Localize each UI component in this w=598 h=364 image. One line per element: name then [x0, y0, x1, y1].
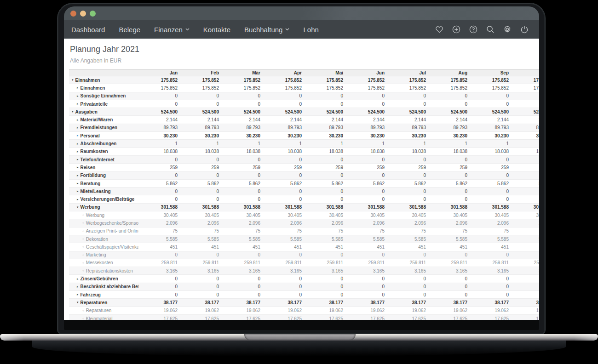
table-row-beschr-nkt-abziehbare-betrie[interactable]: ▸Beschränkt abziehbare Betrie...00000000…: [69, 283, 539, 291]
expand-arrow-icon[interactable]: ▸: [77, 142, 79, 146]
row-label-cell: ○Reparaturen: [69, 308, 138, 313]
plus-circle-icon[interactable]: [452, 25, 461, 34]
value-cell: 5.862: [470, 181, 511, 186]
table-row-abschreibungen[interactable]: ▸Abschreibungen1111111111: [69, 140, 539, 148]
expand-arrow-icon[interactable]: ▸: [77, 285, 79, 289]
expand-arrow-icon[interactable]: ▸: [77, 182, 79, 185]
table-row-personal[interactable]: ▸Personal30.23030.23030.23030.23030.2303…: [69, 132, 539, 140]
value-cell: 2.096: [470, 221, 511, 226]
table-row-sonstige-einnahmen[interactable]: ▸Sonstige Einnahmen0000000000: [69, 92, 539, 100]
nav-item-kontakte[interactable]: Kontakte: [203, 26, 230, 34]
window-close-button[interactable]: [70, 11, 76, 17]
value-cell: 5.862: [511, 181, 539, 186]
value-cell: 1: [221, 141, 263, 146]
nav-item-finanzen[interactable]: Finanzen: [154, 26, 190, 34]
table-row-einnahmen[interactable]: ▾Einnahmen175.852175.852175.852175.85217…: [69, 76, 539, 84]
table-row-versicherungen-beitr-ge[interactable]: ▸Versicherungen/Beiträge0000000000: [69, 195, 539, 203]
table-row-fortbildung[interactable]: ▸Fortbildung0000000000: [69, 172, 539, 180]
value-cell: 0: [304, 276, 345, 281]
value-cell: 524.500: [387, 109, 428, 114]
table-row-zinsen-geb-hren[interactable]: ▸Zinsen/Gebühren0000000000: [69, 275, 539, 283]
value-cell: 259: [263, 165, 304, 170]
value-cell: 0: [345, 252, 387, 257]
row-label: Sonstige Einnahmen: [80, 93, 126, 98]
table-row-fremdleistungen[interactable]: ▸Fremdleistungen89.79389.79389.79389.793…: [69, 124, 539, 132]
nav-item-dashboard[interactable]: Dashboard: [71, 26, 105, 34]
table-row-privatanteile[interactable]: ▸Privatanteile0000000000: [69, 100, 539, 108]
window-minimize-button[interactable]: [80, 11, 86, 17]
row-label: Geschäftspapier/Visitenkarten: [86, 245, 138, 250]
power-icon[interactable]: [520, 25, 529, 34]
nav-item-belege[interactable]: Belege: [119, 26, 140, 34]
table-row-beratung[interactable]: ▸Beratung5.8625.8625.8625.8625.8625.8625…: [69, 180, 539, 188]
value-cell: 2.144: [138, 117, 180, 122]
table-row-marketing[interactable]: ○Marketing0000000000: [69, 251, 539, 259]
table-row-miete-leasing[interactable]: ▸Miete/Leasing0000000000: [69, 188, 539, 195]
expand-arrow-icon[interactable]: ▸: [77, 189, 79, 193]
table-row-ausgaben[interactable]: ▾Ausgaben524.500524.500524.500524.500524…: [69, 108, 539, 116]
table-row-reisen[interactable]: ▸Reisen259259259259259259259259259259: [69, 164, 539, 171]
expand-arrow-icon[interactable]: ▸: [77, 277, 79, 281]
value-cell: 38.177: [304, 300, 345, 305]
expand-arrow-icon[interactable]: ▸: [77, 94, 79, 98]
table-row-anzeigen-print-und-online[interactable]: ○Anzeigen Print- und Online7575757575757…: [69, 228, 539, 235]
value-cell: 30.230: [428, 133, 470, 138]
value-cell: 1: [428, 141, 470, 146]
table-row-reparaturen[interactable]: ○Reparaturen19.06219.06219.06219.06219.0…: [69, 307, 539, 315]
row-label-cell: ▸Zinsen/Gebühren: [69, 276, 138, 281]
expand-arrow-icon[interactable]: ▸: [77, 118, 79, 122]
expand-arrow-icon[interactable]: ▸: [77, 150, 79, 154]
table-row-dekoration[interactable]: ○Dekoration5.5855.5855.5855.5855.5855.58…: [69, 235, 539, 243]
expand-arrow-icon[interactable]: ▸: [77, 86, 79, 90]
table-row-fahrzeug[interactable]: ▸Fahrzeug0000000000: [69, 291, 539, 299]
collapse-arrow-icon[interactable]: ▾: [72, 110, 74, 114]
nav-item-lohn[interactable]: Lohn: [303, 26, 318, 34]
row-label: Fortbildung: [80, 173, 106, 178]
value-cell: 524.500: [138, 109, 180, 114]
help-circle-icon[interactable]: [469, 25, 478, 34]
value-cell: 259.811: [387, 260, 428, 265]
window-zoom-button[interactable]: [90, 11, 96, 17]
table-row-werbung[interactable]: ○Werbung30.40530.40530.40530.40530.40530…: [69, 211, 539, 219]
table-row-repr-sentationskosten[interactable]: ○Repräsentationskosten3.1653.1653.1653.1…: [69, 267, 539, 275]
table-row-reparaturen[interactable]: ▾Reparaturen38.17738.17738.17738.17738.1…: [69, 299, 539, 307]
value-cell: 18.038: [138, 149, 180, 154]
expand-arrow-icon[interactable]: ▸: [77, 293, 79, 296]
table-row-material-waren[interactable]: ▸Material/Waren2.1442.1442.1442.1442.144…: [69, 116, 539, 124]
table-row-gesch-ftspapier-visitenkarten[interactable]: ○Geschäftspapier/Visitenkarten4514514514…: [69, 243, 539, 251]
value-cell: 0: [387, 284, 428, 289]
expand-arrow-icon[interactable]: ▸: [77, 126, 79, 130]
settings-icon[interactable]: [503, 25, 512, 34]
value-cell: 259.811: [345, 260, 387, 265]
table-row-telefon-internet[interactable]: ▸Telefon/Internet0000000000: [69, 156, 539, 164]
table-row-raumkosten[interactable]: ▸Raumkosten18.03818.03818.03818.03818.03…: [69, 148, 539, 156]
table-row-werbegeschenke-sponsoring[interactable]: ○Werbegeschenke/Sponsoring2.0962.0962.09…: [69, 219, 539, 227]
collapse-arrow-icon[interactable]: ▾: [72, 78, 74, 82]
value-cell: 0: [138, 284, 180, 289]
table-row-einnahmen[interactable]: ▸Einnahmen175.852175.852175.852175.85217…: [69, 84, 539, 92]
col-header-mai: Mai: [304, 70, 345, 75]
expand-arrow-icon[interactable]: ▸: [77, 158, 79, 161]
expand-arrow-icon[interactable]: ▸: [77, 174, 79, 177]
search-icon[interactable]: [486, 25, 495, 34]
row-label-cell: ▸Einnahmen: [69, 85, 138, 91]
value-cell: 17.625: [221, 316, 263, 320]
collapse-arrow-icon[interactable]: ▾: [77, 205, 79, 209]
expand-arrow-icon[interactable]: ▸: [77, 102, 79, 106]
heart-icon[interactable]: [435, 25, 444, 34]
collapse-arrow-icon[interactable]: ▾: [77, 301, 79, 304]
value-cell: 30.230: [470, 133, 511, 138]
value-cell: 0: [387, 93, 428, 98]
value-cell: 2.144: [221, 117, 263, 122]
expand-arrow-icon[interactable]: ▸: [77, 198, 79, 201]
table-row-werbung[interactable]: ▾Werbung301.588301.588301.588301.588301.…: [69, 204, 539, 211]
value-cell: 30.405: [428, 213, 470, 218]
nav-item-buchhaltung[interactable]: Buchhaltung: [244, 26, 289, 34]
row-label: Werbegeschenke/Sponsoring: [86, 221, 138, 226]
table-row-kleinmaterial[interactable]: ○Kleinmaterial17.62517.62517.62517.62517…: [69, 315, 539, 320]
expand-arrow-icon[interactable]: ▸: [77, 165, 79, 169]
table-row-messekosten[interactable]: ○Messekosten259.811259.811259.811259.811…: [69, 259, 539, 267]
value-cell: 30.405: [387, 213, 428, 218]
value-cell: 0: [428, 252, 470, 257]
expand-arrow-icon[interactable]: ▸: [77, 134, 79, 137]
